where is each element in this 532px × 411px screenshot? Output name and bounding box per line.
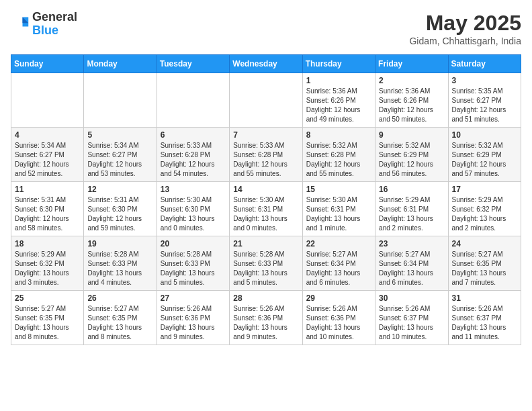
logo-icon (11, 15, 30, 34)
calendar-week-row: 25Sunrise: 5:27 AM Sunset: 6:35 PM Dayli… (11, 291, 521, 345)
day-info: Sunrise: 5:29 AM Sunset: 6:32 PM Dayligh… (15, 250, 80, 287)
page-header: General Blue May 2025 Gidam, Chhattisgar… (11, 11, 521, 46)
calendar-header-row: SundayMondayTuesdayWednesdayThursdayFrid… (11, 55, 521, 73)
day-number: 21 (233, 239, 298, 248)
calendar-day-header: Sunday (11, 55, 84, 73)
month-title: May 2025 (409, 11, 521, 36)
day-info: Sunrise: 5:36 AM Sunset: 6:26 PM Dayligh… (379, 87, 444, 124)
calendar-cell: 20Sunrise: 5:28 AM Sunset: 6:33 PM Dayli… (157, 236, 229, 291)
calendar-day-header: Friday (375, 55, 448, 73)
calendar-cell (84, 73, 157, 128)
day-number: 25 (15, 293, 80, 303)
day-number: 1 (306, 76, 371, 85)
calendar-cell: 26Sunrise: 5:27 AM Sunset: 6:35 PM Dayli… (84, 291, 157, 345)
calendar-cell: 31Sunrise: 5:26 AM Sunset: 6:37 PM Dayli… (448, 291, 521, 345)
calendar-cell: 10Sunrise: 5:32 AM Sunset: 6:29 PM Dayli… (448, 128, 521, 182)
day-number: 9 (379, 130, 444, 140)
calendar-cell: 11Sunrise: 5:31 AM Sunset: 6:30 PM Dayli… (11, 182, 84, 236)
calendar-cell: 15Sunrise: 5:30 AM Sunset: 6:31 PM Dayli… (302, 182, 375, 236)
day-info: Sunrise: 5:33 AM Sunset: 6:28 PM Dayligh… (233, 141, 298, 179)
calendar-cell: 17Sunrise: 5:29 AM Sunset: 6:32 PM Dayli… (448, 182, 521, 236)
calendar-cell (11, 73, 84, 128)
calendar-cell: 1Sunrise: 5:36 AM Sunset: 6:26 PM Daylig… (302, 73, 375, 128)
day-number: 4 (15, 130, 80, 140)
logo-text: General Blue (32, 11, 77, 38)
day-number: 31 (452, 293, 517, 303)
calendar-cell: 2Sunrise: 5:36 AM Sunset: 6:26 PM Daylig… (375, 73, 448, 128)
calendar-cell: 25Sunrise: 5:27 AM Sunset: 6:35 PM Dayli… (11, 291, 84, 345)
day-number: 19 (87, 239, 152, 248)
day-info: Sunrise: 5:36 AM Sunset: 6:26 PM Dayligh… (306, 87, 371, 124)
calendar-table: SundayMondayTuesdayWednesdayThursdayFrid… (11, 54, 521, 345)
day-info: Sunrise: 5:27 AM Sunset: 6:35 PM Dayligh… (87, 304, 152, 342)
day-number: 14 (233, 185, 298, 194)
day-number: 12 (87, 185, 152, 194)
calendar-day-header: Thursday (302, 55, 375, 73)
day-info: Sunrise: 5:31 AM Sunset: 6:30 PM Dayligh… (15, 195, 80, 233)
day-number: 2 (379, 76, 444, 85)
calendar-cell: 23Sunrise: 5:27 AM Sunset: 6:34 PM Dayli… (375, 236, 448, 291)
calendar-week-row: 1Sunrise: 5:36 AM Sunset: 6:26 PM Daylig… (11, 73, 521, 128)
calendar-day-header: Monday (84, 55, 157, 73)
calendar-cell: 18Sunrise: 5:29 AM Sunset: 6:32 PM Dayli… (11, 236, 84, 291)
calendar-cell: 24Sunrise: 5:27 AM Sunset: 6:35 PM Dayli… (448, 236, 521, 291)
day-info: Sunrise: 5:35 AM Sunset: 6:27 PM Dayligh… (452, 87, 517, 124)
location: Gidam, Chhattisgarh, India (409, 36, 521, 46)
calendar-day-header: Wednesday (230, 55, 302, 73)
day-info: Sunrise: 5:28 AM Sunset: 6:33 PM Dayligh… (233, 250, 298, 287)
calendar-cell: 22Sunrise: 5:27 AM Sunset: 6:34 PM Dayli… (302, 236, 375, 291)
calendar-cell (230, 73, 302, 128)
day-info: Sunrise: 5:26 AM Sunset: 6:37 PM Dayligh… (379, 304, 444, 342)
day-info: Sunrise: 5:32 AM Sunset: 6:29 PM Dayligh… (452, 141, 517, 179)
day-info: Sunrise: 5:34 AM Sunset: 6:27 PM Dayligh… (87, 141, 152, 179)
day-info: Sunrise: 5:30 AM Sunset: 6:31 PM Dayligh… (233, 195, 298, 233)
calendar-cell: 9Sunrise: 5:32 AM Sunset: 6:29 PM Daylig… (375, 128, 448, 182)
calendar-day-header: Tuesday (157, 55, 229, 73)
calendar-cell: 28Sunrise: 5:26 AM Sunset: 6:36 PM Dayli… (230, 291, 302, 345)
day-info: Sunrise: 5:30 AM Sunset: 6:30 PM Dayligh… (161, 195, 226, 233)
day-number: 18 (15, 239, 80, 248)
title-area: May 2025 Gidam, Chhattisgarh, India (409, 11, 521, 46)
day-info: Sunrise: 5:27 AM Sunset: 6:34 PM Dayligh… (379, 250, 444, 287)
day-number: 20 (161, 239, 226, 248)
day-info: Sunrise: 5:28 AM Sunset: 6:33 PM Dayligh… (87, 250, 152, 287)
calendar-cell: 12Sunrise: 5:31 AM Sunset: 6:30 PM Dayli… (84, 182, 157, 236)
day-number: 11 (15, 185, 80, 194)
day-number: 10 (452, 130, 517, 140)
day-number: 28 (233, 293, 298, 303)
day-number: 23 (379, 239, 444, 248)
day-info: Sunrise: 5:26 AM Sunset: 6:37 PM Dayligh… (452, 304, 517, 342)
calendar-cell: 3Sunrise: 5:35 AM Sunset: 6:27 PM Daylig… (448, 73, 521, 128)
day-number: 3 (452, 76, 517, 85)
day-info: Sunrise: 5:26 AM Sunset: 6:36 PM Dayligh… (233, 304, 298, 342)
day-info: Sunrise: 5:29 AM Sunset: 6:32 PM Dayligh… (452, 195, 517, 233)
day-info: Sunrise: 5:32 AM Sunset: 6:29 PM Dayligh… (379, 141, 444, 179)
calendar-week-row: 18Sunrise: 5:29 AM Sunset: 6:32 PM Dayli… (11, 236, 521, 291)
calendar-cell: 29Sunrise: 5:26 AM Sunset: 6:36 PM Dayli… (302, 291, 375, 345)
calendar-day-header: Saturday (448, 55, 521, 73)
day-number: 13 (161, 185, 226, 194)
day-info: Sunrise: 5:26 AM Sunset: 6:36 PM Dayligh… (161, 304, 226, 342)
day-number: 6 (161, 130, 226, 140)
day-info: Sunrise: 5:27 AM Sunset: 6:35 PM Dayligh… (15, 304, 80, 342)
day-info: Sunrise: 5:32 AM Sunset: 6:28 PM Dayligh… (306, 141, 371, 179)
calendar-cell: 13Sunrise: 5:30 AM Sunset: 6:30 PM Dayli… (157, 182, 229, 236)
calendar-cell: 30Sunrise: 5:26 AM Sunset: 6:37 PM Dayli… (375, 291, 448, 345)
logo: General Blue (11, 11, 77, 38)
day-number: 8 (306, 130, 371, 140)
calendar-cell: 14Sunrise: 5:30 AM Sunset: 6:31 PM Dayli… (230, 182, 302, 236)
calendar-cell: 4Sunrise: 5:34 AM Sunset: 6:27 PM Daylig… (11, 128, 84, 182)
day-info: Sunrise: 5:34 AM Sunset: 6:27 PM Dayligh… (15, 141, 80, 179)
calendar-cell: 7Sunrise: 5:33 AM Sunset: 6:28 PM Daylig… (230, 128, 302, 182)
day-number: 27 (161, 293, 226, 303)
day-number: 7 (233, 130, 298, 140)
calendar-cell: 16Sunrise: 5:29 AM Sunset: 6:31 PM Dayli… (375, 182, 448, 236)
day-info: Sunrise: 5:29 AM Sunset: 6:31 PM Dayligh… (379, 195, 444, 233)
day-number: 30 (379, 293, 444, 303)
calendar-cell: 8Sunrise: 5:32 AM Sunset: 6:28 PM Daylig… (302, 128, 375, 182)
calendar-cell: 6Sunrise: 5:33 AM Sunset: 6:28 PM Daylig… (157, 128, 229, 182)
calendar-week-row: 11Sunrise: 5:31 AM Sunset: 6:30 PM Dayli… (11, 182, 521, 236)
day-info: Sunrise: 5:33 AM Sunset: 6:28 PM Dayligh… (161, 141, 226, 179)
day-number: 22 (306, 239, 371, 248)
day-number: 17 (452, 185, 517, 194)
